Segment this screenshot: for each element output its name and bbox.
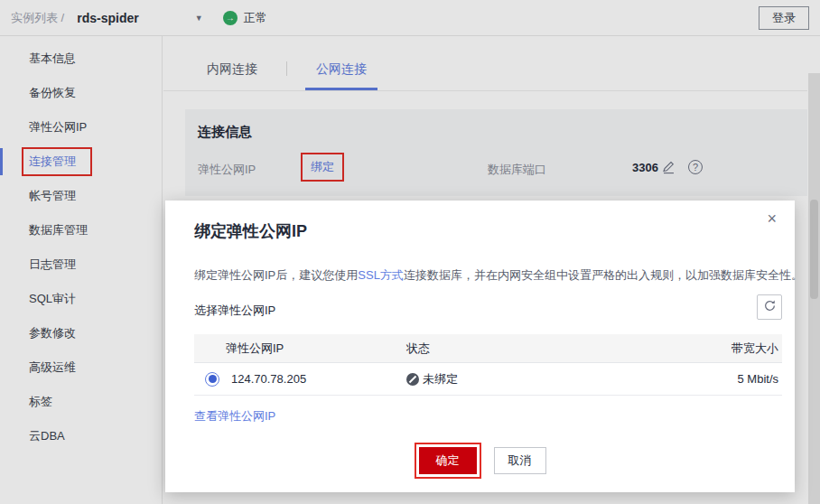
sidebar-item-tags[interactable]: 标签 bbox=[0, 385, 162, 419]
sidebar-item-advanced-om[interactable]: 高级运维 bbox=[0, 350, 162, 385]
section-title: 连接信息 bbox=[198, 124, 252, 141]
select-eip-label: 选择弹性公网IP bbox=[194, 303, 275, 319]
close-icon[interactable]: × bbox=[767, 210, 777, 229]
sidebar-item-eip[interactable]: 弹性公网IP bbox=[0, 110, 162, 145]
active-indicator-bar bbox=[0, 148, 3, 175]
eip-label: 弹性公网IP bbox=[198, 162, 256, 178]
sidebar-item-backup-restore[interactable]: 备份恢复 bbox=[0, 76, 162, 110]
sidebar-item-parameter-modification[interactable]: 参数修改 bbox=[0, 316, 162, 350]
help-icon[interactable]: ? bbox=[688, 160, 703, 174]
ssl-mode-link[interactable]: SSL方式 bbox=[358, 268, 404, 282]
header-bandwidth: 带宽大小 bbox=[647, 341, 782, 357]
eip-address: 124.70.78.205 bbox=[231, 372, 306, 386]
top-bar: 实例列表 / rds-spider ▼ → 正常 登录 bbox=[0, 0, 820, 36]
tab-public-connection[interactable]: 公网连接 bbox=[303, 61, 379, 90]
edit-pencil-icon[interactable] bbox=[662, 161, 676, 174]
tab-private-connection[interactable]: 内网连接 bbox=[194, 61, 270, 90]
annotation-box: 绑定 bbox=[301, 153, 344, 182]
sidebar-item-log-management[interactable]: 日志管理 bbox=[0, 247, 162, 282]
dialog-title: 绑定弹性公网IP bbox=[194, 220, 307, 242]
status-label: 正常 bbox=[244, 10, 267, 26]
view-eip-link[interactable]: 查看弹性公网IP bbox=[194, 408, 275, 425]
sidebar-item-connection-management[interactable]: 连接管理 bbox=[0, 145, 162, 179]
connection-tabs: 内网连接 公网连接 bbox=[163, 37, 807, 91]
header-status: 状态 bbox=[406, 341, 647, 357]
eip-table: 弹性公网IP 状态 带宽大小 124.70.78.205 未绑定 5 Mbit/… bbox=[194, 334, 782, 396]
refresh-button[interactable] bbox=[757, 294, 782, 320]
status-running-icon: → bbox=[223, 11, 238, 25]
instance-status: → 正常 bbox=[223, 10, 267, 26]
table-row[interactable]: 124.70.78.205 未绑定 5 Mbit/s bbox=[194, 363, 782, 396]
breadcrumb[interactable]: 实例列表 / bbox=[11, 10, 64, 26]
instance-name: rds-spider bbox=[77, 11, 138, 25]
cancel-button[interactable]: 取消 bbox=[494, 447, 546, 474]
dialog-footer: 确定 取消 bbox=[165, 443, 795, 479]
table-header-row: 弹性公网IP 状态 带宽大小 bbox=[194, 334, 782, 363]
port-label: 数据库端口 bbox=[488, 162, 546, 178]
radio-dot bbox=[209, 375, 217, 383]
bind-eip-dialog: × 绑定弹性公网IP 绑定弹性公网IP后，建议您使用SSL方式连接数据库，并在内… bbox=[165, 201, 795, 492]
connection-info-card: 连接信息 弹性公网IP 绑定 数据库端口 3306 ? bbox=[185, 109, 807, 196]
radio-selected[interactable] bbox=[205, 372, 219, 387]
sidebar-nav: 基本信息 备份恢复 弹性公网IP 连接管理 帐号管理 数据库管理 日志管理 SQ… bbox=[0, 36, 163, 504]
annotation-box: 确定 bbox=[415, 443, 481, 479]
bandwidth-value: 5 Mbit/s bbox=[647, 372, 782, 386]
login-button[interactable]: 登录 bbox=[759, 6, 809, 30]
vertical-scrollbar[interactable] bbox=[808, 73, 820, 504]
sidebar-item-account-management[interactable]: 帐号管理 bbox=[0, 179, 162, 213]
scrollbar-thumb[interactable] bbox=[810, 200, 818, 299]
sidebar-item-basic-info[interactable]: 基本信息 bbox=[0, 42, 162, 76]
refresh-icon bbox=[763, 299, 777, 315]
unbound-status-icon bbox=[406, 373, 419, 386]
sidebar-item-cloud-dba[interactable]: 云DBA bbox=[0, 419, 162, 453]
port-value: 3306 bbox=[632, 161, 658, 174]
ok-button[interactable]: 确定 bbox=[419, 447, 477, 474]
dialog-description: 绑定弹性公网IP后，建议您使用SSL方式连接数据库，并在内网安全组中设置严格的出… bbox=[194, 267, 803, 284]
instance-dropdown-caret[interactable]: ▼ bbox=[195, 14, 203, 23]
active-tab-underline bbox=[305, 88, 377, 90]
header-eip: 弹性公网IP bbox=[194, 341, 406, 357]
sidebar-item-sql-audit[interactable]: SQL审计 bbox=[0, 282, 162, 316]
bind-link[interactable]: 绑定 bbox=[311, 160, 334, 173]
status-value: 未绑定 bbox=[423, 371, 458, 387]
tab-divider bbox=[286, 61, 287, 76]
sidebar-item-database-management[interactable]: 数据库管理 bbox=[0, 213, 162, 247]
